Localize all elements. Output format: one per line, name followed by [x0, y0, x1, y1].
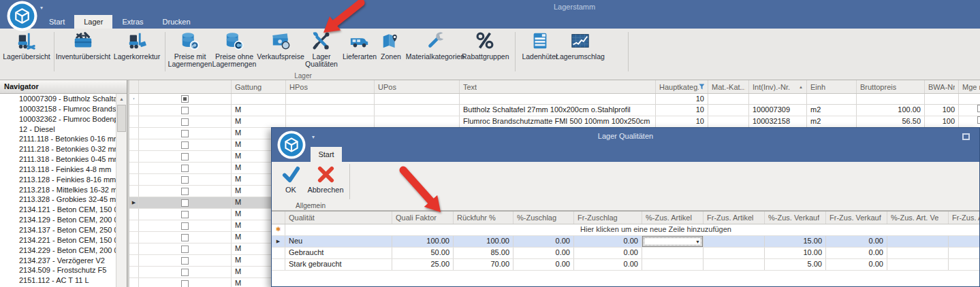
einh-cell[interactable]: m2 [807, 105, 857, 116]
header-matkat[interactable]: Mat.-Kat... [708, 80, 749, 93]
qualitaet-cell[interactable]: Neu [285, 236, 392, 247]
checkbox-cell[interactable] [139, 197, 232, 208]
row-checkbox[interactable] [181, 176, 189, 184]
checkbox-cell[interactable] [139, 128, 232, 139]
header-checkbox-col[interactable] [139, 80, 232, 93]
pct-zus-verkauf-cell[interactable]: 10.00 [765, 248, 826, 258]
gattung-cell[interactable]: M [232, 116, 286, 127]
fr-zus-verkauf-cell[interactable]: 0.00 [826, 259, 887, 270]
navigator-item[interactable]: 100032158 - Flumroc Brandsch... [0, 104, 116, 114]
pct-zus-verkauf-cell[interactable]: 5.00 [765, 259, 826, 270]
navigator-item[interactable]: 2134.129 - Beton CEM, 200 0-... [0, 215, 116, 225]
cell[interactable] [286, 94, 375, 104]
cell[interactable] [959, 94, 980, 104]
row-checkbox[interactable] [181, 222, 189, 230]
checkbox-cell[interactable] [139, 151, 232, 162]
row-checkbox[interactable] [181, 269, 189, 276]
quali-faktor-cell[interactable]: 100.00 [392, 236, 454, 247]
checkbox-cell[interactable] [139, 163, 232, 173]
row-checkbox[interactable] [181, 246, 189, 253]
navigator-item[interactable]: 2111.218 - Betonkies 0-32 mm [0, 144, 116, 154]
fr-zus-verkauf-cell[interactable]: 0.00 [826, 236, 887, 247]
combo-editor[interactable]: ▼ [642, 236, 703, 247]
cell[interactable] [949, 236, 980, 247]
checkbox-cell[interactable] [139, 105, 232, 116]
navigator-item[interactable]: 2134.509 - Frostschutz F5 [0, 265, 116, 275]
mge-checkbox[interactable] [977, 116, 980, 124]
navigator-item[interactable]: 2134.221 - Beton CEM, 150 0-... [0, 235, 116, 246]
checkbox-cell[interactable] [139, 232, 232, 243]
navigator-item[interactable]: 2134.121 - Beton CEM, 150 0-... [0, 205, 116, 215]
checkbox-cell[interactable] [139, 174, 232, 185]
navigator-item[interactable]: 100007309 - Buttholz Schaltaf... [0, 94, 116, 104]
bruttopreis-cell[interactable]: 100.00 [857, 105, 925, 116]
quali-faktor-cell[interactable]: 50.00 [392, 248, 454, 258]
cell[interactable] [375, 116, 460, 127]
new-row[interactable]: ✱ Hier klicken um eine neue Zeile hinzuz… [272, 224, 979, 236]
table-row[interactable]: M Flumroc Brandschutzmatte FMI 500 100mm… [129, 116, 980, 128]
ribbon-button-ladenhueter[interactable]: Ladenhüter [519, 31, 561, 73]
fr-zuschlag-cell[interactable]: 0.00 [574, 248, 642, 258]
checkbox-cell[interactable] [139, 267, 232, 277]
navigator-item[interactable]: 2113.218 - Mittelkies 16-32 mm [0, 185, 116, 195]
filter-hauptkateg-value[interactable]: 10 [656, 94, 708, 104]
ribbon-button-preise-ohne-lagermengen[interactable]: Preise ohne Lagermengen [211, 31, 257, 73]
navigator-item[interactable]: 2151.112 - AC T 11 L [0, 275, 116, 286]
header-qualitaet[interactable]: Qualität [285, 212, 392, 224]
row-checkbox[interactable] [181, 234, 189, 241]
checkbox-cell[interactable] [139, 139, 232, 150]
header-pct-zus-verkauf[interactable]: %-Zus. Verkauf [765, 212, 826, 224]
header-einh[interactable]: Einh [807, 80, 857, 93]
tab-drucken[interactable]: Drucken [153, 15, 200, 29]
checkbox-cell[interactable] [139, 116, 232, 127]
gattung-cell[interactable]: M [232, 105, 286, 116]
checkbox-cell[interactable] [139, 243, 232, 254]
navigator-scrollbar[interactable]: ▲ [116, 94, 127, 287]
pct-zuschlag-cell[interactable]: 0.00 [513, 236, 574, 247]
checkbox-cell[interactable] [139, 186, 232, 197]
navigator-item[interactable]: 2113.118 - Feinkies 4-8 mm [0, 165, 116, 175]
cell[interactable] [286, 116, 375, 127]
quick-access-caret-icon[interactable]: ▾ [312, 134, 315, 140]
navigator-item[interactable]: 2134.137 - Beton CEM, 250 0-... [0, 225, 116, 235]
ribbon-button-preise-mit-lagermengen[interactable]: Preise mit Lagermengen [168, 31, 212, 73]
header-mge[interactable]: Mge n [959, 80, 980, 93]
bwa-cell[interactable]: 100 [925, 116, 959, 127]
tab-start[interactable]: Start [39, 15, 74, 29]
row-checkbox[interactable] [181, 153, 189, 161]
pct-zus-verkauf-cell[interactable]: 15.00 [765, 236, 826, 247]
cell[interactable] [286, 105, 375, 116]
row-checkbox[interactable] [181, 107, 189, 114]
header-fr-zus-artikel[interactable]: Fr-Zus. Artikel [704, 212, 765, 224]
rueckfuhr-cell[interactable]: 85.00 [454, 248, 513, 258]
fr-zuschlag-cell[interactable]: 0.00 [574, 259, 642, 270]
cell[interactable] [375, 94, 460, 104]
header-fr-zus-verkauf[interactable]: Fr-Zus. Verkauf [826, 212, 887, 224]
header-upos[interactable]: UPos [375, 80, 460, 93]
header-hpos[interactable]: HPos [286, 80, 375, 93]
bruttopreis-cell[interactable]: 56.50 [857, 116, 925, 127]
header-text[interactable]: Text [460, 80, 656, 93]
chevron-down-icon[interactable]: ▼ [695, 239, 700, 245]
hauptkateg-cell[interactable]: 10 [656, 116, 708, 127]
rueckfuhr-cell[interactable]: 70.00 [454, 259, 513, 270]
ribbon-button-lagerkorrektur[interactable]: Lagerkorrektur [110, 31, 163, 73]
navigator-item[interactable]: 2113.328 - Grobkies 32-45 mm [0, 195, 116, 205]
header-pct-zus-artikel[interactable]: %-Zus. Artikel [642, 212, 704, 224]
ribbon-button-materialkategorien[interactable]: Materialkategorien [405, 31, 466, 73]
table-row[interactable]: ▶ Neu 100.00 100.00 0.00 0.00 ▼ 15.00 0.… [272, 236, 979, 248]
mge-checkbox[interactable] [977, 105, 980, 112]
checkbox-cell[interactable] [139, 278, 232, 287]
cell[interactable] [708, 116, 749, 127]
cell[interactable] [749, 94, 807, 104]
navigator-item[interactable]: 2134.229 - Beton CEM, 200 0-... [0, 246, 116, 256]
new-row-hint[interactable]: Hier klicken um eine neue Zeile hinzuzuf… [580, 224, 731, 235]
navigator-item[interactable]: 2111.118 - Betonkies 0-16 mm [0, 134, 116, 144]
hauptkateg-cell[interactable]: 10 [656, 105, 708, 116]
cell[interactable] [887, 259, 949, 270]
cell[interactable] [949, 248, 980, 258]
cell[interactable] [857, 94, 925, 104]
table-row[interactable]: Stark gebraucht 25.00 70.00 0.00 0.00 5.… [272, 259, 979, 271]
main-grid-filter-row[interactable]: 10 [129, 94, 980, 105]
cell[interactable] [232, 94, 286, 104]
